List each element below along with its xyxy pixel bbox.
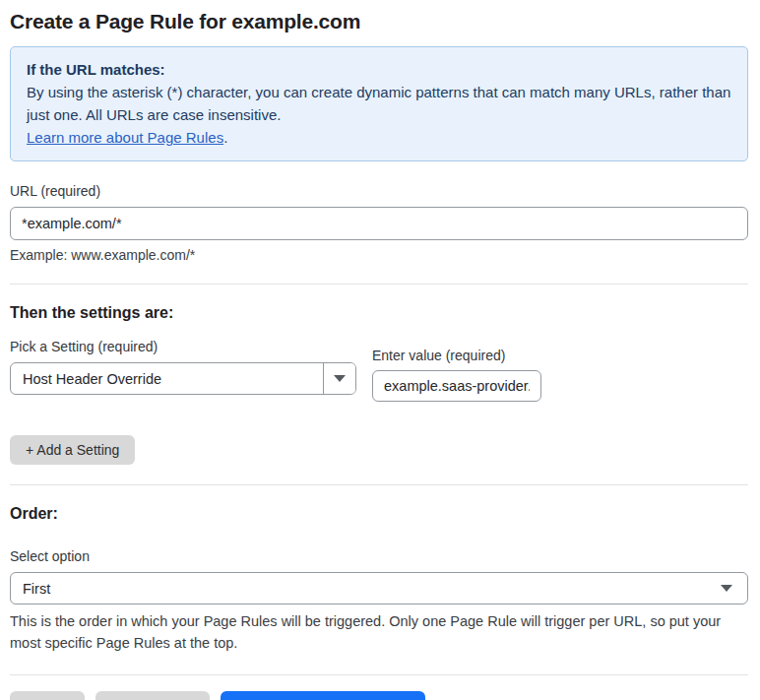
settings-row: Pick a Setting (required) Host Header Ov… (10, 339, 748, 402)
create-page-rule-form: Create a Page Rule for example.com If th… (0, 0, 760, 700)
order-section-heading: Order: (10, 505, 748, 523)
url-input[interactable] (10, 207, 748, 240)
divider (10, 284, 748, 285)
cancel-button[interactable]: Cancel (10, 691, 85, 700)
info-box-heading: If the URL matches: (27, 58, 731, 81)
setting-value-label: Enter value (required) (372, 348, 541, 363)
url-matches-info-box: If the URL matches: By using the asteris… (10, 46, 748, 161)
setting-picker-selected: Host Header Override (11, 363, 323, 394)
add-setting-button[interactable]: + Add a Setting (10, 435, 135, 465)
setting-picker-dropdown[interactable]: Host Header Override (10, 362, 356, 395)
setting-picker-label: Pick a Setting (required) (10, 339, 356, 354)
divider (10, 674, 748, 675)
url-field-label: URL (required) (10, 183, 748, 199)
info-box-body: By using the asterisk (*) character, you… (27, 81, 731, 126)
form-actions: Cancel Save as Draft Save and Deploy Pag… (10, 691, 748, 700)
setting-value-input[interactable] (372, 370, 541, 402)
order-select-value: First (23, 581, 50, 597)
divider (10, 484, 748, 485)
info-box-link-line: Learn more about Page Rules. (27, 126, 731, 149)
order-help-text: This is the order in which your Page Rul… (10, 610, 746, 654)
save-as-draft-button[interactable]: Save as Draft (95, 691, 211, 700)
link-period: . (223, 129, 227, 146)
chevron-down-icon (721, 585, 732, 592)
setting-dropdown-arrow-button[interactable] (323, 363, 355, 394)
order-select[interactable]: First (10, 572, 748, 605)
url-example-text: Example: www.example.com/* (10, 247, 748, 263)
chevron-down-icon (334, 375, 346, 382)
order-select-label: Select option (10, 548, 748, 564)
learn-more-link[interactable]: Learn more about Page Rules (27, 129, 223, 146)
settings-section-heading: Then the settings are: (10, 304, 748, 322)
save-and-deploy-button[interactable]: Save and Deploy Page Rule (221, 691, 425, 700)
setting-picker-column: Pick a Setting (required) Host Header Ov… (10, 339, 356, 395)
setting-value-column: Enter value (required) (372, 348, 541, 402)
page-title: Create a Page Rule for example.com (10, 10, 748, 33)
